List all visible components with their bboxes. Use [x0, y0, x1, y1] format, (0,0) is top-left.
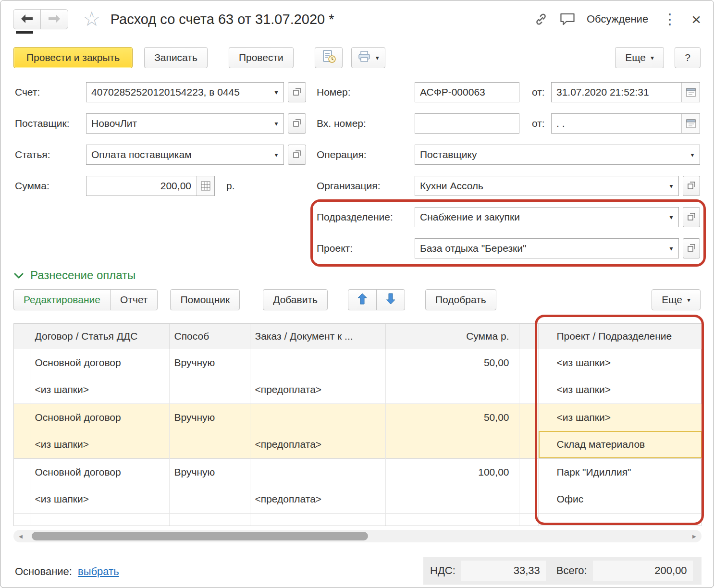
table-row[interactable]: Основной договор Вручную 50,00 <из шапки…: [14, 349, 702, 376]
incoming-number-field[interactable]: [415, 113, 519, 134]
account-dropdown-icon[interactable]: ▾: [269, 83, 283, 102]
organization-open-button[interactable]: [683, 176, 700, 196]
move-down-button[interactable]: [376, 289, 405, 310]
cell-sum2[interactable]: [385, 486, 519, 513]
amount-field[interactable]: 200,00: [86, 176, 215, 196]
item-field[interactable]: Оплата поставщикам ▾: [86, 145, 284, 165]
cell-order[interactable]: [250, 349, 385, 376]
cell-project[interactable]: <из шапки>: [538, 404, 702, 431]
project-open-button[interactable]: [683, 238, 700, 258]
report-mode-button[interactable]: Отчет: [110, 289, 158, 310]
discussion-label[interactable]: Обсуждение: [587, 13, 648, 25]
cell-sum2[interactable]: [385, 431, 519, 458]
project-dropdown-icon[interactable]: ▾: [664, 239, 678, 258]
col-method[interactable]: Способ: [169, 324, 250, 349]
item-dropdown-icon[interactable]: ▾: [269, 145, 283, 164]
account-open-button[interactable]: [288, 82, 306, 102]
edit-mode-button[interactable]: Редактирование: [13, 289, 111, 310]
operation-dropdown-icon[interactable]: ▾: [685, 145, 700, 164]
post-and-close-button[interactable]: Провести и закрыть: [13, 47, 133, 68]
project-field[interactable]: База отдыха "Березки" ▾: [415, 238, 679, 258]
cell-project[interactable]: Парк "Идиллия": [538, 458, 702, 486]
more-button[interactable]: Еще ▾: [615, 47, 664, 68]
col-sum[interactable]: Сумма р.: [385, 324, 519, 349]
horizontal-scrollbar[interactable]: ◄ ►: [13, 530, 702, 542]
calculator-icon[interactable]: [196, 176, 214, 196]
number-field[interactable]: АСФР-000063: [415, 82, 519, 102]
cell-department[interactable]: Офис: [538, 486, 702, 513]
add-row-button[interactable]: Добавить: [263, 289, 328, 310]
move-up-button[interactable]: [348, 289, 377, 310]
col-contract[interactable]: Договор / Статья ДДС: [30, 324, 169, 349]
cell-document[interactable]: <предоплата>: [250, 486, 385, 513]
col-order[interactable]: Заказ / Документ к ...: [250, 324, 385, 349]
supplier-dropdown-icon[interactable]: ▾: [269, 114, 283, 133]
cell-contract[interactable]: Основной договор: [30, 349, 169, 376]
supplier-field[interactable]: НовочЛит ▾: [86, 113, 284, 134]
cell-method2[interactable]: [169, 486, 250, 513]
cell-document[interactable]: <предоплата>: [250, 376, 385, 404]
cell-sum[interactable]: 50,00: [385, 349, 519, 376]
table-row[interactable]: Основной договор Вручную 100,00 Парк "Ид…: [14, 458, 702, 486]
scrollbar-track[interactable]: [28, 530, 687, 542]
cell-project[interactable]: <из шапки>: [538, 349, 702, 376]
back-button[interactable]: [13, 9, 41, 29]
organization-dropdown-icon[interactable]: ▾: [664, 176, 678, 196]
operation-field[interactable]: Поставщику ▾: [415, 145, 700, 165]
scroll-left-icon[interactable]: ◄: [13, 533, 28, 540]
print-button[interactable]: ▾: [351, 47, 385, 68]
discussion-icon[interactable]: [560, 12, 575, 26]
close-icon[interactable]: ×: [691, 11, 701, 27]
cell-order[interactable]: [250, 404, 385, 431]
cell-sum2[interactable]: [385, 376, 519, 404]
cell-vat-item[interactable]: <из шапки>: [30, 376, 169, 404]
table-row[interactable]: <из шапки> <предоплата> <из шапки>: [14, 376, 702, 404]
cell-vat-item[interactable]: <из шапки>: [30, 486, 169, 513]
department-dropdown-icon[interactable]: ▾: [664, 208, 678, 227]
cell-department[interactable]: <из шапки>: [538, 376, 702, 404]
cell-contract[interactable]: Основной договор: [30, 458, 169, 486]
col-project[interactable]: Проект / Подразделение: [538, 324, 702, 349]
cell-method2[interactable]: [169, 431, 250, 458]
calendar-icon[interactable]: [681, 83, 700, 102]
assistant-button[interactable]: Помощник: [170, 289, 240, 310]
cell-method2[interactable]: [169, 376, 250, 404]
cell-spacer: [519, 458, 538, 486]
cell-department-editing[interactable]: Склад материалов: [538, 431, 702, 458]
cell-sum[interactable]: 50,00: [385, 404, 519, 431]
cell-document[interactable]: <предоплата>: [250, 431, 385, 458]
date-field[interactable]: 31.07.2020 21:52:31: [551, 82, 700, 102]
cell-contract[interactable]: Основной договор: [30, 404, 169, 431]
incoming-date-field[interactable]: . .: [551, 113, 700, 134]
cell-method[interactable]: Вручную: [169, 458, 250, 486]
save-button[interactable]: Записать: [144, 47, 208, 68]
forward-button[interactable]: [40, 9, 68, 29]
cell-vat-item[interactable]: <из шапки>: [30, 431, 169, 458]
help-button[interactable]: ?: [675, 47, 701, 68]
supplier-open-button[interactable]: [288, 113, 306, 134]
account-field[interactable]: 40702852520120154223, в 0445 ▾: [86, 82, 284, 102]
basis-select-link[interactable]: выбрать: [78, 565, 119, 578]
cell-sum[interactable]: 100,00: [385, 458, 519, 486]
organization-field[interactable]: Кухни Ассоль ▾: [415, 176, 679, 196]
table-row[interactable]: <из шапки> <предоплата> Офис: [14, 486, 702, 513]
post-button[interactable]: Провести: [229, 47, 294, 68]
payment-allocation-section-header[interactable]: Разнесение оплаты: [14, 269, 135, 282]
table-more-button[interactable]: Еще ▾: [652, 289, 701, 310]
cell-method[interactable]: Вручную: [169, 349, 250, 376]
favorite-star-icon[interactable]: ☆: [83, 9, 101, 29]
department-open-button[interactable]: [683, 207, 700, 227]
pick-button[interactable]: Подобрать: [425, 289, 496, 310]
table-row-selected[interactable]: <из шапки> <предоплата> Склад материалов: [14, 431, 702, 458]
calendar-icon[interactable]: [681, 114, 700, 133]
cell-order[interactable]: [250, 458, 385, 486]
scroll-right-icon[interactable]: ►: [687, 533, 702, 540]
kebab-menu-icon[interactable]: ⋮: [660, 12, 680, 26]
register-records-button[interactable]: [315, 47, 343, 68]
cell-method[interactable]: Вручную: [169, 404, 250, 431]
department-field[interactable]: Снабжение и закупки ▾: [415, 207, 679, 227]
table-row-selected[interactable]: Основной договор Вручную 50,00 <из шапки…: [14, 404, 702, 431]
link-icon[interactable]: [534, 12, 548, 26]
item-open-button[interactable]: [288, 145, 306, 165]
scrollbar-thumb[interactable]: [32, 532, 368, 540]
